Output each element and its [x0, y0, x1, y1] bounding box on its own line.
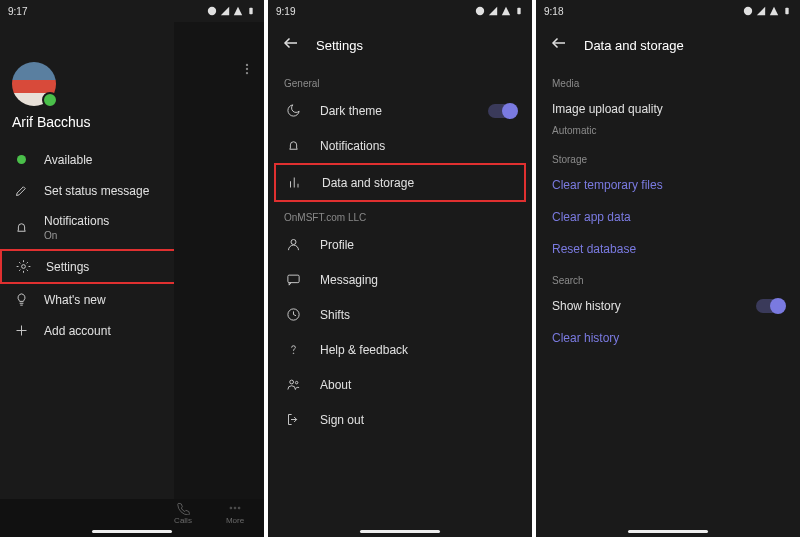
- svg-point-22: [291, 240, 296, 245]
- svg-rect-1: [249, 8, 252, 15]
- dark-theme-row[interactable]: Dark theme: [268, 93, 532, 128]
- overflow-icon[interactable]: [240, 62, 254, 80]
- svg-rect-29: [785, 8, 788, 15]
- clock: 9:17: [8, 6, 27, 17]
- data-storage-row[interactable]: Data and storage: [274, 163, 526, 202]
- row-label: Clear app data: [552, 210, 631, 224]
- status-bar: 9:17: [0, 0, 264, 22]
- help-row[interactable]: Help & feedback: [268, 332, 532, 367]
- row-label: Help & feedback: [320, 343, 408, 357]
- sign-out-row[interactable]: Sign out: [268, 402, 532, 437]
- chart-icon: [286, 175, 304, 190]
- row-label: Reset database: [552, 242, 636, 256]
- row-label: Image upload quality: [552, 102, 663, 116]
- messaging-row[interactable]: Messaging: [268, 262, 532, 297]
- status-bar: 9:18: [536, 0, 800, 22]
- svg-rect-23: [287, 275, 298, 283]
- svg-point-0: [208, 7, 216, 15]
- row-label: Clear temporary files: [552, 178, 663, 192]
- section-header: Search: [536, 265, 800, 290]
- help-icon: [284, 342, 302, 357]
- status-icons: [207, 6, 256, 16]
- row-label: Dark theme: [320, 104, 382, 118]
- avatar[interactable]: [12, 62, 56, 106]
- nav-label: More: [226, 516, 244, 525]
- row-label: Notifications: [320, 139, 385, 153]
- lightbulb-icon: [12, 292, 30, 307]
- show-history-toggle[interactable]: [756, 299, 784, 313]
- page-title: Data and storage: [584, 38, 684, 53]
- svg-point-25: [293, 353, 294, 354]
- svg-point-10: [21, 265, 25, 269]
- image-quality-value: Automatic: [536, 125, 800, 144]
- screen-profile-drawer: 9:17 Arif Bacchus Available Set status m…: [0, 0, 264, 537]
- home-indicator: [360, 530, 440, 533]
- back-icon[interactable]: [282, 34, 300, 56]
- reset-db-row[interactable]: Reset database: [536, 233, 800, 265]
- app-bar: Data and storage: [536, 22, 800, 68]
- screen-settings: 9:19 Settings General Dark theme Notific…: [268, 0, 532, 537]
- moon-icon: [284, 103, 302, 118]
- svg-point-15: [238, 507, 240, 509]
- profile-row[interactable]: Profile: [268, 227, 532, 262]
- home-indicator: [628, 530, 708, 533]
- about-row[interactable]: About: [268, 367, 532, 402]
- clock: 9:19: [276, 6, 295, 17]
- svg-point-4: [246, 72, 248, 74]
- plus-icon: [12, 323, 30, 338]
- chat-icon: [284, 272, 302, 287]
- svg-point-13: [230, 507, 232, 509]
- section-header: General: [268, 68, 532, 93]
- row-label: Shifts: [320, 308, 350, 322]
- shifts-row[interactable]: Shifts: [268, 297, 532, 332]
- nav-label: Calls: [174, 516, 192, 525]
- row-label: Clear history: [552, 331, 619, 345]
- teams-icon: [284, 377, 302, 392]
- row-label: About: [320, 378, 351, 392]
- dark-theme-toggle[interactable]: [488, 104, 516, 118]
- clear-temp-row[interactable]: Clear temporary files: [536, 169, 800, 201]
- status-bar: 9:19: [268, 0, 532, 22]
- page-title: Settings: [316, 38, 363, 53]
- svg-point-16: [476, 7, 484, 15]
- edit-icon: [12, 183, 30, 198]
- image-quality-row[interactable]: Image upload quality: [536, 93, 800, 125]
- svg-point-14: [234, 507, 236, 509]
- row-label: Sign out: [320, 413, 364, 427]
- svg-point-28: [744, 7, 752, 15]
- back-icon[interactable]: [550, 34, 568, 56]
- person-icon: [284, 237, 302, 252]
- presence-dot-icon: [17, 155, 26, 164]
- bell-icon: [12, 220, 30, 235]
- show-history-row[interactable]: Show history: [536, 290, 800, 322]
- status-icons: [475, 6, 524, 16]
- row-label: Messaging: [320, 273, 378, 287]
- home-indicator: [92, 530, 172, 533]
- row-label: Show history: [552, 299, 621, 313]
- signout-icon: [284, 412, 302, 427]
- clear-history-row[interactable]: Clear history: [536, 322, 800, 354]
- bell-icon: [284, 138, 302, 153]
- row-label: Data and storage: [322, 176, 414, 190]
- svg-point-27: [295, 381, 298, 384]
- svg-rect-17: [517, 8, 520, 15]
- section-header: Media: [536, 68, 800, 93]
- nav-more[interactable]: More: [212, 501, 258, 537]
- svg-point-26: [289, 380, 293, 384]
- clock: 9:18: [544, 6, 563, 17]
- app-bar: Settings: [268, 22, 532, 68]
- section-header: OnMSFT.com LLC: [268, 202, 532, 227]
- notifications-row[interactable]: Notifications: [268, 128, 532, 163]
- svg-point-2: [246, 64, 248, 66]
- screen-data-storage: 9:18 Data and storage Media Image upload…: [536, 0, 800, 537]
- section-header: Storage: [536, 144, 800, 169]
- main-behind-panel: [174, 22, 264, 507]
- clear-app-row[interactable]: Clear app data: [536, 201, 800, 233]
- row-label: Profile: [320, 238, 354, 252]
- clock-icon: [284, 307, 302, 322]
- svg-point-3: [246, 68, 248, 70]
- gear-icon: [14, 259, 32, 274]
- status-icons: [743, 6, 792, 16]
